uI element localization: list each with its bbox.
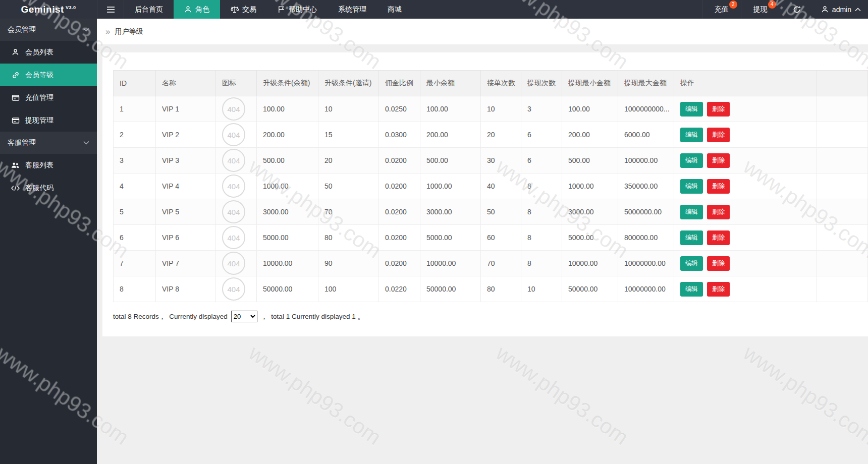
cell-upgrade_invite: 15 bbox=[318, 122, 379, 148]
cell-withdraw_count: 3 bbox=[521, 96, 562, 122]
delete-button[interactable]: 删除 bbox=[707, 179, 730, 194]
edit-button[interactable]: 编辑 bbox=[680, 102, 703, 117]
column-header-9: 提现最小金额 bbox=[562, 71, 618, 96]
cell-order_count: 70 bbox=[481, 251, 521, 276]
breadcrumb: » 用户等级 bbox=[97, 19, 868, 44]
cell-commission: 0.0300 bbox=[379, 122, 420, 148]
delete-button[interactable]: 删除 bbox=[707, 256, 730, 271]
delete-button[interactable]: 删除 bbox=[707, 282, 730, 297]
delete-button[interactable]: 删除 bbox=[707, 102, 730, 117]
card-icon bbox=[11, 94, 20, 101]
users-icon bbox=[11, 162, 20, 169]
broken-image-404-icon: 404 bbox=[222, 226, 245, 249]
nav-item-4[interactable]: 系统管理 bbox=[328, 0, 377, 19]
card-icon bbox=[11, 117, 20, 124]
refresh-button[interactable] bbox=[780, 0, 814, 19]
edit-button[interactable]: 编辑 bbox=[680, 128, 703, 142]
delete-button[interactable]: 删除 bbox=[707, 205, 730, 219]
recharge-button[interactable]: 充值 2 bbox=[702, 0, 741, 19]
cell-actions: 编辑删除 bbox=[674, 122, 817, 148]
nav-item-0[interactable]: 后台首页 bbox=[124, 0, 174, 19]
nav-item-5[interactable]: 商城 bbox=[377, 0, 412, 19]
sidebar-section-title: 会员管理 bbox=[8, 25, 36, 34]
sidebar-section-1[interactable]: 客服管理 bbox=[0, 132, 97, 154]
code-icon bbox=[11, 185, 20, 191]
cell-withdraw_count: 8 bbox=[521, 225, 562, 251]
nav-item-3[interactable]: 帮助中心 bbox=[267, 0, 328, 19]
delete-button[interactable]: 删除 bbox=[707, 153, 730, 168]
cell-withdraw_max: 10000000.00 bbox=[618, 251, 674, 276]
top-nav: 后台首页角色交易帮助中心系统管理商城 bbox=[124, 0, 412, 19]
cell-empty bbox=[817, 251, 868, 276]
cell-upgrade_balance: 100.00 bbox=[257, 96, 318, 122]
link-icon bbox=[11, 71, 20, 79]
pagination-displayed-text: Currently displayed bbox=[169, 313, 228, 320]
delete-button[interactable]: 删除 bbox=[707, 230, 730, 245]
cell-withdraw_min: 5000.00 bbox=[562, 225, 618, 251]
sidebar: 会员管理会员列表会员等级充值管理提现管理客服管理客服列表客服代码 bbox=[0, 19, 97, 464]
user-menu[interactable]: admin bbox=[814, 0, 868, 19]
nav-item-1[interactable]: 角色 bbox=[174, 0, 220, 19]
chevron-down-icon bbox=[83, 141, 89, 145]
nav-item-2[interactable]: 交易 bbox=[220, 0, 267, 19]
broken-image-404-icon: 404 bbox=[222, 252, 245, 275]
cell-withdraw_max: 100000.00 bbox=[618, 148, 674, 173]
sidebar-section-0[interactable]: 会员管理 bbox=[0, 19, 97, 41]
content-card: ID名称图标升级条件(余额)升级条件(邀请)佣金比例最小余额接单次数提现次数提现… bbox=[102, 52, 868, 336]
sidebar-item-0-2[interactable]: 充值管理 bbox=[0, 86, 97, 109]
cell-actions: 编辑删除 bbox=[674, 276, 817, 302]
cell-upgrade_invite: 70 bbox=[318, 199, 379, 225]
cell-withdraw_max: 10000000.00 bbox=[618, 276, 674, 302]
nav-item-label: 帮助中心 bbox=[289, 5, 317, 14]
cell-min_balance: 50000.00 bbox=[420, 276, 481, 302]
cell-empty bbox=[817, 199, 868, 225]
cell-order_count: 10 bbox=[481, 96, 521, 122]
cell-min_balance: 5000.00 bbox=[420, 225, 481, 251]
withdraw-button[interactable]: 提现 4 bbox=[741, 0, 780, 19]
page-size-select[interactable]: 20 bbox=[231, 311, 257, 322]
cell-empty bbox=[817, 276, 868, 302]
breadcrumb-chevrons-icon: » bbox=[105, 27, 110, 36]
sidebar-item-label: 客服列表 bbox=[25, 161, 53, 170]
cell-min_balance: 3000.00 bbox=[420, 199, 481, 225]
edit-button[interactable]: 编辑 bbox=[680, 153, 703, 168]
nav-item-label: 商城 bbox=[388, 5, 402, 14]
sidebar-item-0-1[interactable]: 会员等级 bbox=[0, 64, 97, 86]
sidebar-item-1-1[interactable]: 客服代码 bbox=[0, 177, 97, 199]
sidebar-item-0-3[interactable]: 提现管理 bbox=[0, 109, 97, 132]
cell-icon: 404 bbox=[216, 96, 257, 122]
edit-button[interactable]: 编辑 bbox=[680, 205, 703, 219]
menu-toggle-button[interactable] bbox=[97, 0, 124, 19]
nav-item-label: 交易 bbox=[242, 5, 256, 14]
cell-order_count: 40 bbox=[481, 173, 521, 199]
cell-min_balance: 10000.00 bbox=[420, 251, 481, 276]
topbar-right: 充值 2 提现 4 admin bbox=[702, 0, 868, 19]
pagination-records-text: total 8 Records， bbox=[113, 312, 166, 321]
sidebar-item-0-0[interactable]: 会员列表 bbox=[0, 41, 97, 64]
vip-levels-table: ID名称图标升级条件(余额)升级条件(邀请)佣金比例最小余额接单次数提现次数提现… bbox=[113, 70, 868, 302]
cell-withdraw_min: 500.00 bbox=[562, 148, 618, 173]
cell-name: VIP 5 bbox=[156, 199, 216, 225]
cell-order_count: 60 bbox=[481, 225, 521, 251]
cell-upgrade_invite: 50 bbox=[318, 173, 379, 199]
pagination: total 8 Records， Currently displayed 20 … bbox=[113, 311, 364, 322]
cell-upgrade_invite: 90 bbox=[318, 251, 379, 276]
table-row: 5VIP 54043000.00700.02003000.005083000.0… bbox=[114, 199, 868, 225]
column-header-1: 名称 bbox=[156, 71, 216, 96]
edit-button[interactable]: 编辑 bbox=[680, 256, 703, 271]
pagination-separator-text: ， bbox=[261, 312, 268, 321]
edit-button[interactable]: 编辑 bbox=[680, 230, 703, 245]
table-row: 8VIP 840450000.001000.022050000.00801050… bbox=[114, 276, 868, 302]
cell-withdraw_min: 50000.00 bbox=[562, 276, 618, 302]
edit-button[interactable]: 编辑 bbox=[680, 282, 703, 297]
sidebar-item-1-0[interactable]: 客服列表 bbox=[0, 154, 97, 177]
cell-actions: 编辑删除 bbox=[674, 96, 817, 122]
cell-upgrade_balance: 3000.00 bbox=[257, 199, 318, 225]
delete-button[interactable]: 删除 bbox=[707, 128, 730, 142]
table-row: 2VIP 2404200.00150.0300200.00206200.0060… bbox=[114, 122, 868, 148]
cell-min_balance: 1000.00 bbox=[420, 173, 481, 199]
user-icon bbox=[184, 6, 192, 13]
edit-button[interactable]: 编辑 bbox=[680, 179, 703, 194]
broken-image-404-icon: 404 bbox=[222, 123, 245, 146]
cell-name: VIP 6 bbox=[156, 225, 216, 251]
